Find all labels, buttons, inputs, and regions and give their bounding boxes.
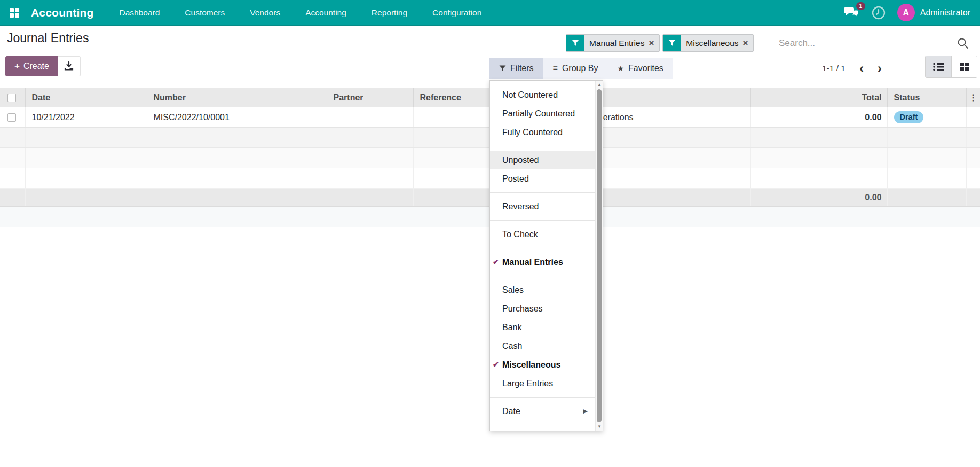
create-button[interactable]: + Create [5, 56, 58, 76]
export-button[interactable] [58, 56, 81, 76]
header-total[interactable]: Total [750, 88, 887, 107]
filter-option-date[interactable]: Date ▶ [490, 402, 596, 421]
page-title: Journal Entries [7, 31, 89, 45]
accounting-app-window: Accounting Dashboard Customers Vendors A… [0, 0, 980, 467]
menu-separator [490, 276, 596, 276]
activities-button[interactable] [872, 6, 886, 20]
pager: 1-1 / 1 ‹ › [822, 58, 882, 79]
top-navbar: Accounting Dashboard Customers Vendors A… [0, 0, 980, 26]
pager-range: 1-1 / 1 [822, 64, 845, 73]
menu-vendors[interactable]: Vendors [250, 0, 280, 26]
pager-next-icon[interactable]: › [878, 62, 882, 75]
pager-previous-icon[interactable]: ‹ [859, 62, 864, 75]
menu-separator [490, 220, 596, 221]
favorites-button-label: Favorites [628, 64, 663, 73]
user-menu[interactable]: A Administrator [897, 4, 970, 21]
filter-option-to-check[interactable]: To Check [490, 225, 596, 244]
plus-icon: + [14, 61, 20, 72]
group-by-icon: ≡ [553, 64, 558, 73]
filter-option-unposted[interactable]: Unposted [490, 151, 596, 169]
filter-option-manual-entries[interactable]: ✔ Manual Entries [490, 253, 596, 271]
search-options-bar: Filters ≡ Group By ★ Favorites [489, 58, 673, 79]
header-number[interactable]: Number [147, 88, 327, 107]
header-partner[interactable]: Partner [327, 88, 413, 107]
check-icon: ✔ [493, 253, 499, 271]
facet-remove-icon[interactable]: × [743, 38, 748, 48]
menu-configuration[interactable]: Configuration [432, 0, 481, 26]
filter-option-large-entries[interactable]: Large Entries [490, 374, 596, 393]
group-by-button[interactable]: ≡ Group By [543, 58, 608, 79]
filters-button[interactable]: Filters [489, 58, 543, 79]
kanban-view-icon [960, 63, 969, 71]
apps-menu-icon[interactable] [7, 6, 21, 20]
navbar-right: 1 A Administrator [844, 4, 970, 21]
submenu-arrow-icon: ▶ [583, 402, 588, 421]
menu-separator [490, 425, 596, 425]
scrollbar-thumb[interactable] [597, 89, 602, 422]
apps-grid-icon [10, 8, 19, 18]
filter-facet-icon [566, 35, 584, 51]
check-icon: ✔ [493, 355, 499, 374]
filter-option-miscellaneous[interactable]: ✔ Miscellaneous [490, 355, 596, 374]
header-status[interactable]: Status [887, 88, 966, 107]
filter-option-purchases[interactable]: Purchases [490, 299, 596, 318]
main-menu: Dashboard Customers Vendors Accounting R… [120, 0, 482, 26]
list-view-button[interactable] [926, 56, 951, 77]
filter-option-posted[interactable]: Posted [490, 169, 596, 188]
scroll-down-icon[interactable]: ▼ [596, 424, 603, 429]
cell-number[interactable]: MISC/2022/10/0001 [147, 107, 327, 128]
filter-option-sales[interactable]: Sales [490, 281, 596, 299]
menu-separator [490, 248, 596, 248]
filter-option-cash[interactable]: Cash [490, 337, 596, 355]
filter-icon [499, 65, 506, 72]
star-icon: ★ [618, 64, 625, 73]
menu-dashboard[interactable]: Dashboard [120, 0, 160, 26]
facet-label: Miscellaneous [686, 38, 738, 48]
menu-separator [490, 146, 596, 146]
search-facets: Manual Entries × Miscellaneous × [566, 34, 754, 52]
select-all-cell [0, 88, 25, 107]
view-switcher [925, 56, 977, 78]
menu-accounting[interactable]: Accounting [305, 0, 346, 26]
dropdown-scrollbar[interactable]: ▲ ▼ [595, 81, 603, 431]
menu-separator [490, 192, 596, 193]
download-icon [64, 61, 74, 71]
filters-button-label: Filters [510, 64, 534, 73]
cell-partner[interactable] [327, 107, 413, 128]
avatar: A [897, 4, 915, 21]
menu-customers[interactable]: Customers [185, 0, 225, 26]
favorites-button[interactable]: ★ Favorites [608, 58, 673, 79]
filters-dropdown-menu: Not Countered Partially Countered Fully … [489, 80, 603, 431]
filter-facet-icon [663, 35, 681, 51]
scroll-up-icon[interactable]: ▲ [596, 82, 603, 87]
kanban-view-button[interactable] [951, 56, 977, 77]
menu-separator [490, 397, 596, 398]
group-by-button-label: Group By [562, 64, 598, 73]
action-buttons: + Create [5, 56, 81, 76]
facet-manual-entries[interactable]: Manual Entries × [566, 34, 660, 52]
message-count-badge: 1 [856, 2, 865, 10]
facet-miscellaneous[interactable]: Miscellaneous × [662, 34, 754, 52]
filter-option-partially-countered[interactable]: Partially Countered [490, 104, 596, 123]
status-badge: Draft [894, 111, 924, 123]
row-checkbox[interactable] [7, 113, 16, 122]
clock-icon [872, 6, 886, 20]
filter-option-bank[interactable]: Bank [490, 318, 596, 337]
messages-button[interactable]: 1 [844, 6, 860, 20]
create-button-label: Create [23, 61, 49, 71]
filter-option-reversed[interactable]: Reversed [490, 197, 596, 216]
filter-option-fully-countered[interactable]: Fully Countered [490, 123, 596, 142]
filter-option-not-countered[interactable]: Not Countered [490, 85, 596, 104]
facet-remove-icon[interactable]: × [649, 38, 654, 48]
select-all-checkbox[interactable] [7, 94, 16, 102]
optional-columns-icon[interactable]: ⋮ [966, 88, 980, 107]
app-name[interactable]: Accounting [31, 6, 94, 19]
facet-label: Manual Entries [589, 38, 644, 48]
cell-date[interactable]: 10/21/2022 [25, 107, 147, 128]
search-input[interactable]: Search... [779, 34, 815, 52]
header-date[interactable]: Date [25, 88, 147, 107]
cell-total[interactable]: 0.00 [750, 107, 887, 128]
menu-reporting[interactable]: Reporting [372, 0, 407, 26]
search-icon[interactable] [957, 37, 969, 49]
user-name: Administrator [920, 8, 970, 18]
